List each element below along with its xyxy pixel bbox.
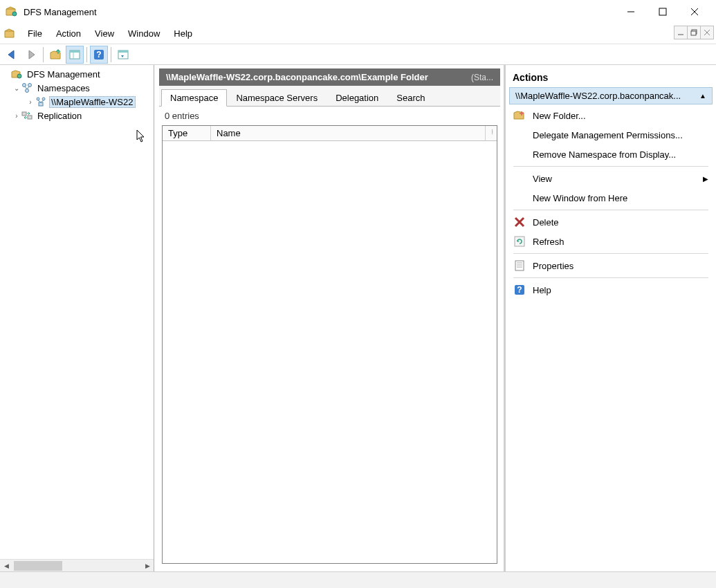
main-content: DFS Management ⌄ Namespaces › \\MapleWaf… [0,65,716,571]
actions-title: Actions [506,68,716,87]
action-new-window-label: New Window from Here [533,193,708,203]
menu-window[interactable]: Window [121,26,167,42]
tab-delegation[interactable]: Delegation [327,89,387,106]
app-icon [6,6,18,18]
mdi-restore-button[interactable] [687,26,701,39]
tree-replication[interactable]: › Replication [1,109,152,122]
window-titlebar: DFS Management [0,0,716,24]
mdi-minimize-button[interactable] [674,26,688,39]
action-remove-namespace[interactable]: Remove Namespace from Display... [509,145,713,164]
tree-server[interactable]: › \\MapleWaffle-WS22 [1,95,152,109]
svg-point-19 [28,84,32,87]
up-button[interactable] [46,46,64,64]
menu-file[interactable]: File [21,26,49,42]
blank-icon [513,129,526,141]
tree-replication-label: Replication [35,110,84,122]
menu-action[interactable]: Action [49,26,88,42]
actions-separator [513,210,708,210]
action-delegate-label: Delegate Management Permissions... [533,130,708,140]
status-bar [0,571,716,588]
forward-button[interactable] [22,46,40,64]
menu-help[interactable]: Help [167,26,199,42]
actions-separator [513,253,708,254]
svg-rect-29 [515,261,524,270]
actions-list: New Folder... Delegate Management Permis… [506,104,716,301]
show-hide-tree-button[interactable] [66,46,84,64]
actions-context-header[interactable]: \\MapleWaffle-WS22.corp.baconpancak... ▲ [509,87,713,104]
maximize-button[interactable] [647,1,679,22]
svg-point-22 [42,98,45,100]
tab-namespace[interactable]: Namespace [161,89,227,107]
scroll-thumb[interactable] [14,561,62,571]
tab-namespace-servers[interactable]: Namespace Servers [227,89,327,106]
svg-point-20 [26,89,29,93]
action-view-label: View [533,174,703,184]
svg-rect-11 [70,50,80,53]
action-new-window[interactable]: New Window from Here [509,188,713,208]
svg-point-21 [37,98,39,100]
new-folder-icon [513,109,526,122]
column-name[interactable]: Name [211,126,486,141]
show-hide-action-button[interactable] [114,46,132,64]
action-help-label: Help [533,285,708,295]
toolbar-separator-3 [111,47,111,62]
blank-icon [513,148,526,160]
back-button[interactable] [3,46,21,64]
entries-grid[interactable]: Type Name ⁞ [162,125,497,564]
action-new-folder-label: New Folder... [533,111,708,121]
tab-search[interactable]: Search [387,89,434,106]
tree-root[interactable]: DFS Management [1,67,152,81]
tree-root-label: DFS Management [25,68,102,80]
app-menu-icon [4,28,17,40]
tree-pane: DFS Management ⌄ Namespaces › \\MapleWaf… [0,65,154,571]
svg-rect-16 [118,50,128,53]
server-icon [35,96,46,107]
minimize-button[interactable] [615,1,647,22]
tree-namespaces-label: Namespaces [35,82,92,94]
toolbar: ? [0,44,716,65]
help-button[interactable]: ? [90,46,108,64]
svg-rect-7 [691,31,696,35]
actions-pane: Actions \\MapleWaffle-WS22.corp.baconpan… [504,65,716,571]
action-view[interactable]: View ▶ [509,169,713,188]
tree-server-label: \\MapleWaffle-WS22 [49,96,136,108]
blank-icon [513,172,526,185]
mdi-window-controls [674,26,714,39]
svg-text:?: ? [96,50,101,59]
center-pane: \\MapleWaffle-WS22.corp.baconpancake.com… [154,65,504,571]
action-new-folder[interactable]: New Folder... [509,106,713,125]
column-resize-icon[interactable]: ⁞ [486,126,497,141]
action-refresh[interactable]: Refresh [509,232,713,251]
svg-rect-2 [659,8,666,15]
center-header: \\MapleWaffle-WS22.corp.baconpancake.com… [159,68,500,86]
action-properties[interactable]: Properties [509,256,713,275]
entries-count-label: 0 entries [159,107,500,125]
menu-view[interactable]: View [88,26,121,42]
collapse-icon[interactable]: ▲ [699,92,706,100]
chevron-right-icon[interactable]: › [26,98,35,106]
action-delete[interactable]: Delete [509,212,713,232]
menu-bar: File Action View Window Help [0,24,716,44]
action-remove-namespace-label: Remove Namespace from Display... [533,149,708,160]
dfs-root-icon [11,68,22,80]
chevron-down-icon[interactable]: ⌄ [12,84,21,92]
chevron-right-icon[interactable]: › [12,112,21,120]
tree-namespaces[interactable]: ⌄ Namespaces [1,81,152,95]
scroll-right-button[interactable]: ▶ [141,560,154,572]
namespaces-icon [21,82,33,93]
tree-horizontal-scrollbar[interactable]: ◀ ▶ [0,559,154,571]
actions-separator [513,166,708,167]
svg-rect-25 [28,116,32,119]
grid-header: Type Name ⁞ [163,126,497,141]
close-button[interactable] [679,1,710,22]
replication-icon [21,110,33,121]
action-help[interactable]: ? Help [509,280,713,300]
actions-context-label: \\MapleWaffle-WS22.corp.baconpancak... [515,91,695,101]
column-type[interactable]: Type [163,126,211,141]
tab-strip: Namespace Namespace Servers Delegation S… [159,86,500,107]
action-refresh-label: Refresh [533,237,708,247]
mdi-close-button[interactable] [700,26,714,39]
console-tree[interactable]: DFS Management ⌄ Namespaces › \\MapleWaf… [0,65,154,559]
action-delegate[interactable]: Delegate Management Permissions... [509,125,713,145]
scroll-left-button[interactable]: ◀ [0,560,12,572]
